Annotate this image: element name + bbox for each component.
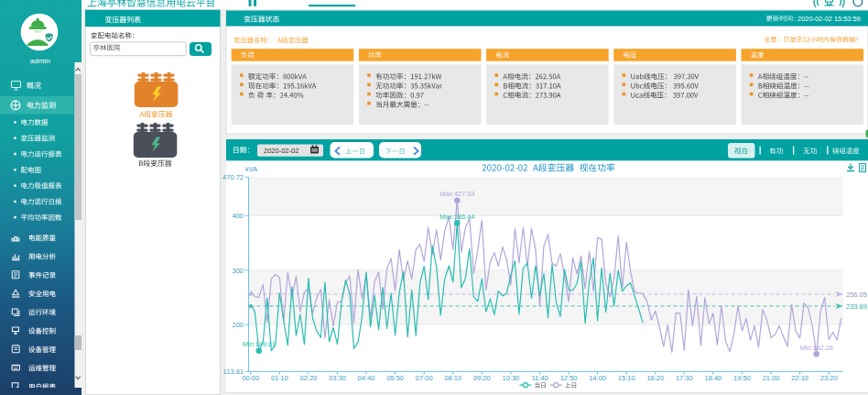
svg-text:14:00: 14:00	[589, 374, 606, 382]
svg-text:23:20: 23:20	[820, 374, 838, 382]
svg-text:17:30: 17:30	[676, 374, 693, 382]
svg-text:09:20: 09:20	[473, 374, 491, 382]
svg-text:256.05: 256.05	[846, 291, 867, 299]
svg-text:300: 300	[232, 267, 244, 275]
svg-text:04:40: 04:40	[358, 374, 375, 382]
svg-text:21:00: 21:00	[763, 374, 780, 382]
svg-text:400: 400	[232, 212, 244, 220]
svg-text:05:50: 05:50	[386, 374, 404, 382]
svg-text:Max:427.93: Max:427.93	[439, 190, 474, 198]
svg-text:16:20: 16:20	[646, 374, 664, 382]
svg-text:470.72: 470.72	[222, 173, 244, 181]
svg-text:03:30: 03:30	[329, 374, 346, 382]
svg-text:19:50: 19:50	[733, 374, 751, 382]
svg-text:10:30: 10:30	[503, 374, 520, 382]
svg-text:01:10: 01:10	[271, 374, 288, 382]
svg-text:07:00: 07:00	[416, 374, 433, 382]
svg-text:2020-02-02: 2020-02-02	[264, 147, 298, 155]
svg-text:200: 200	[232, 321, 244, 329]
svg-text:00:00: 00:00	[242, 374, 259, 382]
svg-text:113.81: 113.81	[223, 368, 244, 376]
svg-text:02:20: 02:20	[300, 374, 318, 382]
svg-text:15:10: 15:10	[618, 374, 635, 382]
svg-text:: 2020-02-02 15:53:59: : 2020-02-02 15:53:59	[794, 15, 861, 23]
svg-text:Min:142.26: Min:142.26	[800, 344, 833, 352]
svg-text:11:40: 11:40	[531, 374, 548, 382]
svg-text:kVA: kVA	[245, 165, 257, 173]
svg-text:admin: admin	[30, 57, 50, 65]
svg-text:18:40: 18:40	[705, 374, 722, 382]
svg-text:08:10: 08:10	[444, 374, 461, 382]
svg-text:22:10: 22:10	[791, 374, 808, 382]
svg-text:Max:386.44: Max:386.44	[439, 213, 474, 221]
svg-text:233.89: 233.89	[846, 302, 867, 311]
svg-text:Min:149.01: Min:149.01	[243, 340, 276, 348]
svg-text:12:50: 12:50	[560, 374, 578, 382]
